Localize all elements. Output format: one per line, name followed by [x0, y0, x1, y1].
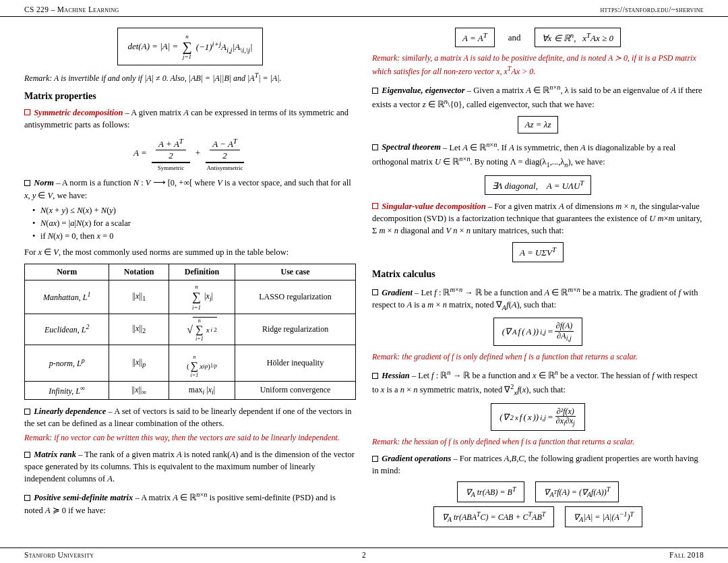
norm-bullet-2: N(ax) = |a|N(x) for a scalar: [35, 217, 356, 230]
def-symmetric-decomp: Symmetric decomposition – A given matrix…: [24, 107, 356, 131]
def-hessian: Hessian – Let f : ℝn → ℝ be a function a…: [372, 367, 704, 398]
svd-formula-block: A = UΣVT: [372, 242, 704, 262]
grad-ops-row1: ∇A tr(AB) = BT ∇ATf(A) = (∇Af(A))T: [372, 481, 704, 502]
def-psd: Positive semi-definite matrix – A matrix…: [24, 490, 356, 516]
hessian-formula: (∇2xf(x))i,j = ∂²f(x) ∂xi∂xj: [491, 403, 585, 432]
table-header-norm: Norm: [25, 264, 109, 280]
norm-bullet-1: N(x + y) ≤ N(x) + N(y): [35, 204, 356, 217]
table-row-euclidean: Euclidean, L2 ||x||2 √ n ∑ i=1: [25, 314, 356, 345]
page-footer: Stanford University 2 Fall 2018: [0, 547, 728, 563]
header-right: https://stanford.edu/~shervine: [600, 5, 704, 13]
spectral-formula-block: ∃Λ diagonal, A = UΛUT: [372, 175, 704, 195]
grad-ops-row2: ∇A tr(ABATC) = CAB + CTABT ∇A|A| = |A|(A…: [372, 506, 704, 527]
checkbox-gradops: [372, 456, 378, 462]
checkbox-lindep: [24, 409, 30, 415]
checkbox-spectral: [372, 144, 378, 150]
remark-invertible: Remark: A is invertible if and only if |…: [24, 71, 356, 84]
checkbox-psd: [24, 495, 30, 501]
table-header-definition: Definition: [169, 264, 235, 280]
remark-psd: Remark: similarly, a matrix A is said to…: [372, 53, 704, 78]
norm-bullet-3: if N(x) = 0, then x = 0: [35, 230, 356, 243]
checkbox-gradient: [372, 289, 378, 295]
psd-formulas-row: A = AT and ∀x ∈ ℝn, xTAx ≥ 0: [372, 28, 704, 47]
sym-formula: A = A + AT 2 Symmetric +: [133, 136, 247, 171]
svd-formula: A = UΣVT: [512, 242, 564, 262]
footer-right: Fall 2018: [669, 551, 704, 559]
checkbox-sym-red: [24, 109, 30, 115]
sym-formula-block: A = A + AT 2 Symmetric +: [24, 136, 356, 171]
checkbox-norm: [24, 180, 30, 186]
def-gradient: Gradient – Let f : ℝm×n → ℝ be a functio…: [372, 285, 704, 313]
det-formula: det(A) = |A| = n ∑ j=1 (−1)i+jAi,j|A\i,\…: [117, 28, 262, 65]
grad-op-ATfA: ∇ATf(A) = (∇Af(A))T: [535, 481, 619, 502]
footer-left: Stanford University: [24, 551, 94, 559]
norm-bullets: N(x + y) ≤ N(x) + N(y) N(ax) = |a|N(x) f…: [35, 204, 356, 243]
det-formula-block: det(A) = |A| = n ∑ j=1 (−1)i+jAi,j|A\i,\…: [24, 28, 356, 65]
checkbox-eigenval: [372, 88, 378, 94]
page: CS 229 – Machine Learning https://stanfo…: [0, 0, 728, 563]
grad-op-trAB: ∇A tr(AB) = BT: [457, 481, 525, 502]
sum-symbol: n ∑ j=1: [182, 33, 191, 60]
page-header: CS 229 – Machine Learning https://stanfo…: [0, 0, 728, 17]
gradient-formula-block: (∇Af(A))i,j = ∂f(A) ∂Ai,j: [372, 318, 704, 346]
psd-formula1: A = AT: [455, 28, 495, 47]
table-row-pnorm: p-norm, Lp ||x||p ( n ∑ i=1: [25, 345, 356, 381]
def-svd: Singular-value decomposition – For a giv…: [372, 200, 704, 237]
remark-hessian: Remark: the hessian of f is only defined…: [372, 436, 704, 448]
spectral-formula: ∃Λ diagonal, A = UΛUT: [485, 175, 592, 195]
psd-and: and: [508, 32, 521, 43]
norm-table: Norm Notation Definition Use case Manhat…: [24, 264, 356, 400]
left-column: det(A) = |A| = n ∑ j=1 (−1)i+jAi,j|A\i,\…: [24, 24, 356, 531]
checkbox-svd: [372, 203, 378, 209]
remark-lindep: Remark: if no vector can be written this…: [24, 432, 356, 444]
section-matrix-props: Matrix properties: [24, 91, 356, 102]
grad-op-detA: ∇A|A| = |A|(A−1)T: [565, 506, 642, 527]
header-left: CS 229 – Machine Learning: [24, 5, 119, 13]
def-matrix-rank: Matrix rank – The rank of a given matrix…: [24, 448, 356, 485]
psd-formula2: ∀x ∈ ℝn, xTAx ≥ 0: [535, 28, 621, 47]
grad-op-trABATC: ∇A tr(ABATC) = CAB + CTABT: [433, 506, 554, 527]
hessian-formula-block: (∇2xf(x))i,j = ∂²f(x) ∂xi∂xj: [372, 403, 704, 432]
remark-gradient: Remark: the gradient of f is only define…: [372, 351, 704, 363]
section-mat-calc: Matrix calculus: [372, 269, 704, 280]
eigenval-formula: Az = λz: [518, 116, 559, 134]
checkbox-matrank: [24, 452, 30, 458]
table-header-notation: Notation: [109, 264, 169, 280]
norm-para: For x ∈ V, the most commonly used norms …: [24, 246, 356, 258]
eigenval-formula-block: Az = λz: [372, 116, 704, 134]
def-spectral: Spectral theorem – Let A ∈ ℝn×n. If A is…: [372, 139, 704, 169]
table-header-usecase: Use case: [235, 264, 356, 280]
checkbox-hessian: [372, 373, 378, 379]
content: det(A) = |A| = n ∑ j=1 (−1)i+jAi,j|A\i,\…: [0, 17, 728, 558]
footer-center: 2: [362, 551, 366, 559]
def-norm: Norm – A norm is a function N : V ⟶ [0, …: [24, 177, 356, 201]
table-row-manhattan: Manhattan, L1 ||x||1 n ∑ i=1 |xi| LASSO …: [25, 280, 356, 314]
def-lin-dep: Linearly dependence – A set of vectors i…: [24, 405, 356, 429]
right-column: A = AT and ∀x ∈ ℝn, xTAx ≥ 0 Remark: sim…: [372, 24, 704, 531]
def-eigenvalue: Eigenvalue, eigenvector – Given a matrix…: [372, 82, 704, 111]
def-grad-ops: Gradient operations – For matrices A,B,C…: [372, 452, 704, 477]
table-row-infinity: Infinity, L∞ ||x||∞ maxi |xi| Uniform co…: [25, 381, 356, 399]
gradient-formula: (∇Af(A))i,j = ∂f(A) ∂Ai,j: [493, 318, 583, 346]
